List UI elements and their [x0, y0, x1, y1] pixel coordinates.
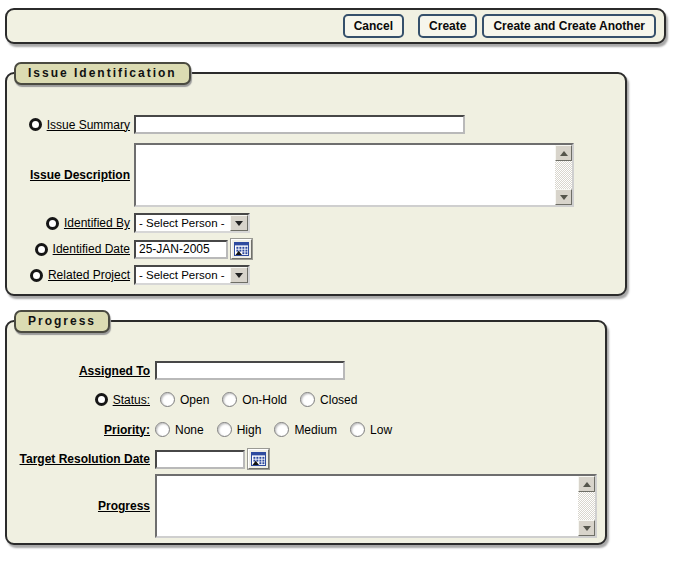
- related-project-select[interactable]: - Select Person -: [134, 265, 250, 285]
- arrow-up-icon[interactable]: [578, 476, 595, 492]
- required-icon: [46, 217, 59, 230]
- status-radio-group: Open On-Hold Closed: [160, 392, 370, 407]
- status-option-label: On-Hold: [242, 393, 287, 407]
- identified-by-row: Identified By - Select Person -: [7, 213, 250, 233]
- status-radio-on-hold[interactable]: [222, 392, 237, 407]
- identified-by-label-cell: Identified By: [7, 216, 130, 230]
- status-option-label: Closed: [320, 393, 357, 407]
- status-label-cell: Status:: [7, 393, 150, 407]
- issue-description-scrollbar[interactable]: [555, 145, 572, 205]
- progress-textarea[interactable]: [157, 476, 578, 536]
- priority-option-label: Medium: [294, 423, 337, 437]
- priority-option-label: None: [175, 423, 204, 437]
- related-project-selected-value: - Select Person -: [136, 269, 230, 281]
- chevron-down-icon[interactable]: [230, 267, 248, 283]
- create-button[interactable]: Create: [418, 14, 477, 38]
- assigned-to-row: Assigned To: [7, 361, 345, 380]
- required-icon: [35, 243, 48, 256]
- target-resolution-date-label[interactable]: Target Resolution Date: [20, 452, 150, 466]
- arrow-down-icon[interactable]: [578, 520, 595, 536]
- identified-date-input[interactable]: [134, 240, 228, 259]
- identified-by-select[interactable]: - Select Person -: [134, 213, 250, 233]
- progress-scrollbar[interactable]: [578, 476, 595, 536]
- target-resolution-date-label-cell: Target Resolution Date: [7, 452, 150, 466]
- issue-identification-section: Issue Identification Issue Summary Issue…: [5, 72, 627, 296]
- required-icon: [30, 269, 43, 282]
- progress-section: Progress Assigned To Status: Open On-Hol…: [5, 320, 607, 545]
- scrollbar-track[interactable]: [578, 492, 595, 520]
- progress-label-cell: Progress: [7, 499, 150, 513]
- progress-label[interactable]: Progress: [98, 499, 150, 513]
- status-row: Status: Open On-Hold Closed: [7, 392, 370, 407]
- required-icon: [29, 118, 42, 131]
- priority-label-cell: Priority:: [7, 423, 150, 437]
- issue-description-row: Issue Description: [7, 143, 574, 207]
- target-resolution-date-input[interactable]: [155, 450, 245, 469]
- priority-row: Priority: None High Medium Low: [7, 422, 405, 437]
- issue-summary-input[interactable]: [134, 115, 465, 134]
- action-toolbar: Cancel Create Create and Create Another: [5, 8, 666, 44]
- priority-radio-medium[interactable]: [274, 422, 289, 437]
- priority-radio-group: None High Medium Low: [155, 422, 405, 437]
- progress-textarea-frame: [155, 474, 597, 538]
- status-label[interactable]: Status:: [113, 393, 150, 407]
- status-radio-closed[interactable]: [300, 392, 315, 407]
- progress-row: Progress: [7, 474, 597, 538]
- status-radio-open[interactable]: [160, 392, 175, 407]
- priority-option-label: High: [237, 423, 262, 437]
- identified-by-selected-value: - Select Person -: [136, 217, 230, 229]
- identified-date-label[interactable]: Identified Date: [53, 242, 130, 256]
- priority-radio-high[interactable]: [217, 422, 232, 437]
- issue-summary-label-cell: Issue Summary: [7, 118, 130, 132]
- priority-radio-none[interactable]: [155, 422, 170, 437]
- related-project-label[interactable]: Related Project: [48, 268, 130, 282]
- calendar-picker-button[interactable]: [231, 239, 252, 259]
- priority-radio-low[interactable]: [350, 422, 365, 437]
- assigned-to-label[interactable]: Assigned To: [79, 364, 150, 378]
- arrow-down-icon[interactable]: [555, 189, 572, 205]
- priority-label[interactable]: Priority:: [104, 423, 150, 437]
- create-and-create-another-button[interactable]: Create and Create Another: [482, 14, 656, 38]
- calendar-picker-button[interactable]: [248, 449, 269, 469]
- issue-summary-row: Issue Summary: [7, 115, 465, 134]
- issue-description-textarea[interactable]: [136, 145, 555, 205]
- issue-identification-section-title: Issue Identification: [14, 62, 191, 85]
- target-resolution-date-row: Target Resolution Date: [7, 449, 269, 469]
- progress-section-title: Progress: [14, 310, 110, 333]
- priority-option-label: Low: [370, 423, 392, 437]
- related-project-row: Related Project - Select Person -: [7, 265, 250, 285]
- identified-date-row: Identified Date: [7, 239, 252, 259]
- identified-date-label-cell: Identified Date: [7, 242, 130, 256]
- arrow-up-icon[interactable]: [555, 145, 572, 161]
- issue-description-label-cell: Issue Description: [7, 168, 130, 182]
- identified-by-label[interactable]: Identified By: [64, 216, 130, 230]
- required-icon: [95, 393, 108, 406]
- chevron-down-icon[interactable]: [230, 215, 248, 231]
- issue-description-label[interactable]: Issue Description: [30, 168, 130, 182]
- status-option-label: Open: [180, 393, 209, 407]
- calendar-icon: [234, 242, 249, 256]
- assigned-to-input[interactable]: [155, 361, 345, 380]
- cancel-button[interactable]: Cancel: [343, 14, 404, 38]
- assigned-to-label-cell: Assigned To: [7, 364, 150, 378]
- related-project-label-cell: Related Project: [7, 268, 130, 282]
- issue-description-textarea-frame: [134, 143, 574, 207]
- issue-summary-label[interactable]: Issue Summary: [47, 118, 130, 132]
- scrollbar-track[interactable]: [555, 161, 572, 189]
- calendar-icon: [251, 452, 266, 466]
